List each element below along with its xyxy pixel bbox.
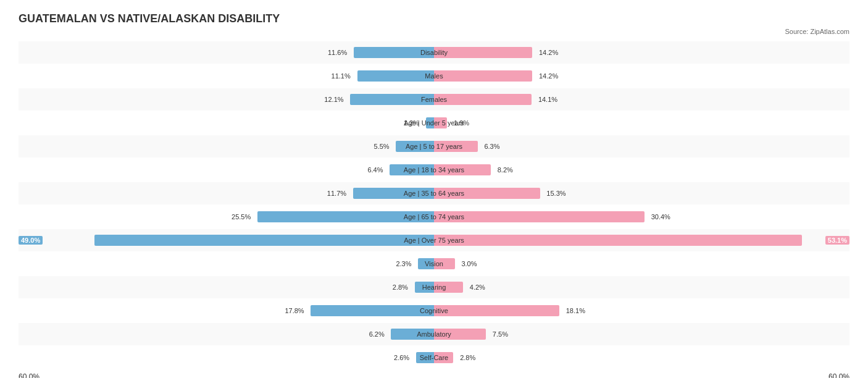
- bar-label: Age | Over 75 years: [401, 237, 467, 244]
- bar-container: Vision2.3%3.0%: [19, 255, 849, 272]
- val-right: 6.3%: [484, 143, 499, 150]
- bar-label: Males: [422, 72, 445, 80]
- chart-row: Age | 65 to 74 years25.5%30.4%: [19, 206, 849, 228]
- val-left: 11.6%: [328, 49, 347, 56]
- val-right: 7.5%: [493, 330, 508, 338]
- bar-left: [311, 305, 434, 316]
- chart-row: Disability11.6%14.2%: [19, 41, 849, 64]
- val-right: 14.2%: [539, 49, 558, 56]
- val-right: 15.3%: [546, 190, 565, 197]
- val-left: 11.7%: [327, 190, 346, 197]
- chart-row: Age | Over 75 years49.0%53.1%: [19, 229, 849, 251]
- bar-container: Ambulatory6.2%7.5%: [19, 326, 849, 343]
- bar-label: Cognitive: [417, 307, 451, 314]
- bar-right: [434, 70, 532, 82]
- val-right: 30.4%: [651, 213, 670, 220]
- val-right: 14.1%: [538, 96, 557, 103]
- bar-label: Age | 5 to 17 years: [403, 143, 465, 150]
- bar-label: Age | 35 to 64 years: [401, 190, 467, 197]
- val-left: 6.2%: [369, 330, 385, 338]
- val-left: 25.5%: [232, 213, 251, 220]
- chart-row: Cognitive17.8%18.1%: [19, 300, 849, 322]
- source: Source: ZipAtlas.com: [19, 28, 849, 35]
- bar-container: Age | 5 to 17 years5.5%6.3%: [19, 138, 849, 155]
- bar-container: Males11.1%14.2%: [19, 67, 849, 85]
- val-left: 5.5%: [374, 143, 390, 150]
- bar-label: Age | Under 5 years: [401, 119, 467, 127]
- chart-row: Age | 18 to 34 years6.4%8.2%: [19, 159, 849, 181]
- bar-container: Disability11.6%14.2%: [19, 44, 849, 61]
- chart-title: GUATEMALAN VS NATIVE/ALASKAN DISABILITY: [19, 12, 849, 25]
- chart-row: Hearing2.8%4.2%: [19, 276, 849, 298]
- chart-row: Self-Care2.6%2.8%: [19, 346, 849, 369]
- val-left-edge: 49.0%: [19, 236, 43, 245]
- bar-label: Age | 18 to 34 years: [401, 166, 467, 174]
- bar-container: Age | 65 to 74 years25.5%30.4%: [19, 208, 849, 225]
- bar-container: Age | 35 to 64 years11.7%15.3%: [19, 185, 849, 202]
- val-right: 14.2%: [539, 72, 558, 80]
- bar-container: Hearing2.8%4.2%: [19, 279, 849, 296]
- axis-right: 60.0%: [828, 372, 849, 378]
- chart-row: Vision2.3%3.0%: [19, 253, 849, 275]
- bar-label: Age | 65 to 74 years: [401, 213, 467, 220]
- bar-container: Self-Care2.6%2.8%: [19, 349, 849, 366]
- val-left: 6.4%: [367, 166, 383, 174]
- bar-label: Hearing: [420, 284, 449, 291]
- bar-container: Females12.1%14.1%: [19, 91, 849, 108]
- val-left: 2.8%: [393, 284, 408, 291]
- chart-row: Age | 35 to 64 years11.7%15.3%: [19, 182, 849, 204]
- bar-left: [94, 235, 434, 246]
- val-right: 4.2%: [470, 284, 485, 291]
- bar-label: Ambulatory: [414, 330, 454, 338]
- chart-area: Disability11.6%14.2%Males11.1%14.2%Femal…: [19, 41, 849, 378]
- bar-label: Females: [419, 96, 449, 103]
- val-left: 2.3%: [396, 260, 411, 267]
- axis-row: 60.0%60.0%: [19, 372, 849, 378]
- bar-container: Age | Under 5 years1.2%1.9%: [19, 114, 849, 132]
- axis-left: 60.0%: [19, 372, 40, 378]
- chart-row: Females12.1%14.1%: [19, 88, 849, 111]
- val-left: 17.8%: [285, 307, 304, 314]
- val-right-edge: 53.1%: [825, 236, 849, 245]
- chart-row: Age | Under 5 years1.2%1.9%: [19, 112, 849, 134]
- val-right: 2.8%: [460, 354, 475, 361]
- chart-row: Males11.1%14.2%: [19, 65, 849, 87]
- val-right: 3.0%: [461, 260, 477, 267]
- bar-right: [434, 305, 559, 316]
- chart-row: Age | 5 to 17 years5.5%6.3%: [19, 135, 849, 158]
- val-right: 8.2%: [498, 166, 513, 174]
- val-right: 18.1%: [566, 307, 585, 314]
- val-left: 2.6%: [394, 354, 409, 361]
- bar-container: Age | 18 to 34 years6.4%8.2%: [19, 161, 849, 178]
- bar-label: Disability: [418, 49, 450, 56]
- bar-right: [434, 235, 802, 246]
- val-left: 12.1%: [324, 96, 343, 103]
- bar-container: Cognitive17.8%18.1%: [19, 302, 849, 319]
- bar-label: Vision: [422, 260, 446, 267]
- val-left: 11.1%: [332, 72, 351, 80]
- bar-label: Self-Care: [417, 354, 451, 361]
- chart-row: Ambulatory6.2%7.5%: [19, 323, 849, 345]
- bar-container: Age | Over 75 years49.0%53.1%: [19, 232, 849, 249]
